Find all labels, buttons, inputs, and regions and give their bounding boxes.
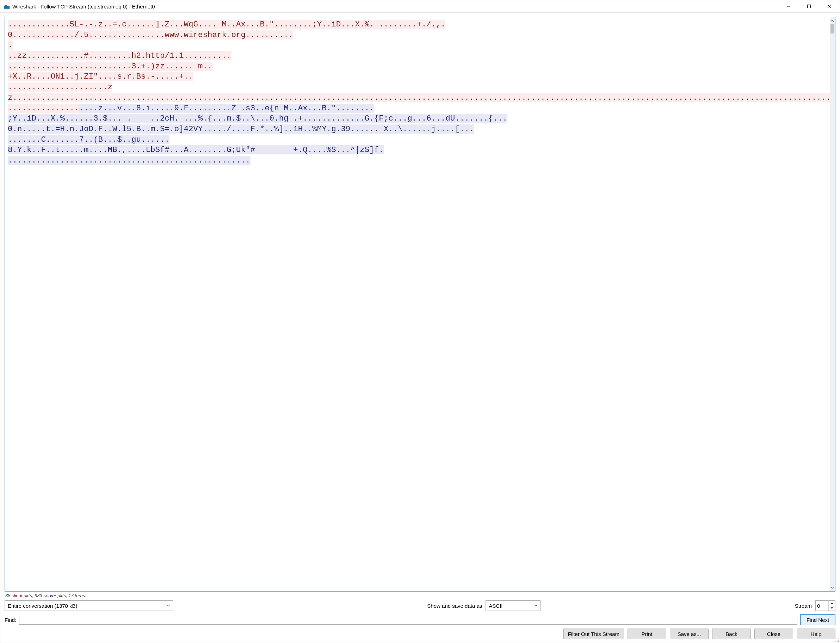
- client-segment: .: [8, 41, 13, 50]
- server-segment: .......C.......7..(B...$..gu......: [8, 135, 169, 144]
- stream-number-spinbox[interactable]: [816, 601, 835, 611]
- server-segment: 0.n.....t.=H.n.JoD.F..W.l5.B..m.S=.o]42V…: [8, 124, 474, 134]
- scroll-up-arrow-icon[interactable]: [830, 17, 835, 24]
- svg-point-9: [838, 641, 839, 642]
- print-button[interactable]: Print: [628, 628, 666, 639]
- save-as-button[interactable]: Save as...: [670, 628, 708, 639]
- client-segment: 0............./.5................www.wir…: [8, 30, 293, 39]
- find-next-button[interactable]: Find Next: [800, 614, 835, 625]
- chevron-down-icon: [166, 603, 171, 609]
- conversation-select[interactable]: Entire conversation (1370 kB): [5, 601, 173, 611]
- scroll-down-arrow-icon[interactable]: [830, 584, 835, 591]
- help-button[interactable]: Help: [797, 628, 835, 639]
- window-title: Wireshark · Follow TCP Stream (tcp.strea…: [12, 3, 155, 10]
- stream-content-box: .............5L-.-.z..=.c......].Z...WqG…: [5, 17, 835, 592]
- show-save-label: Show and save data as: [427, 603, 482, 609]
- packet-stats: 38 client pkts, 983 server pkts, 17 turn…: [5, 592, 835, 601]
- format-select-value: ASCII: [489, 603, 503, 609]
- find-input[interactable]: [19, 615, 798, 625]
- svg-point-5: [837, 640, 838, 641]
- chevron-down-icon: [534, 603, 538, 609]
- svg-point-6: [838, 640, 839, 641]
- svg-rect-1: [807, 5, 811, 8]
- stream-text[interactable]: .............5L-.-.z..=.c......].Z...WqG…: [5, 17, 830, 591]
- find-label: Find:: [5, 617, 16, 623]
- format-select[interactable]: ASCII: [485, 601, 540, 611]
- maximize-button[interactable]: [799, 0, 819, 12]
- svg-point-4: [838, 638, 839, 639]
- svg-point-7: [835, 641, 836, 642]
- client-segment: .....................zz.................…: [8, 83, 830, 102]
- minimize-button[interactable]: [778, 0, 799, 12]
- back-button[interactable]: Back: [712, 628, 751, 639]
- filter-out-stream-button[interactable]: Filter Out This Stream: [563, 628, 624, 639]
- stream-label: Stream: [795, 603, 812, 609]
- scrollbar-thumb[interactable]: [830, 24, 834, 34]
- conversation-select-value: Entire conversation (1370 kB): [8, 603, 78, 609]
- vertical-scrollbar[interactable]: [830, 17, 835, 591]
- server-segment: ....z...v...8.i.....9.F.........Z .s3..e…: [79, 104, 374, 113]
- client-segment: ..........................3.+.)zz...... …: [8, 62, 212, 71]
- svg-point-8: [837, 641, 838, 642]
- titlebar: Wireshark · Follow TCP Stream (tcp.strea…: [0, 0, 840, 13]
- close-window-button[interactable]: [819, 0, 840, 12]
- wireshark-icon: [3, 3, 10, 10]
- server-segment: ;Y..iD...X.%......3.$... . ..2cH. ...%.{…: [8, 114, 507, 123]
- stream-decrement-button[interactable]: [829, 605, 835, 610]
- resize-grip-icon[interactable]: [834, 637, 839, 642]
- stream-number-input[interactable]: [816, 601, 829, 610]
- client-segment: .............5L-.-.z..=.c......].Z...WqG…: [8, 20, 445, 29]
- server-segment: 8.Y.k..F..t.....m....MB.,....LbSf#...A..…: [8, 145, 384, 154]
- close-button[interactable]: Close: [754, 628, 793, 639]
- client-segment: +X..R....ONi..j.ZI"....s.r.Bs.-.....+..: [8, 72, 194, 81]
- scrollbar-track[interactable]: [830, 24, 835, 584]
- client-segment: ...............: [8, 104, 79, 113]
- stream-increment-button[interactable]: [829, 601, 835, 605]
- client-segment: ..zz............#.........h2.http/1.1...…: [8, 51, 231, 60]
- server-segment: ........................................…: [8, 156, 251, 165]
